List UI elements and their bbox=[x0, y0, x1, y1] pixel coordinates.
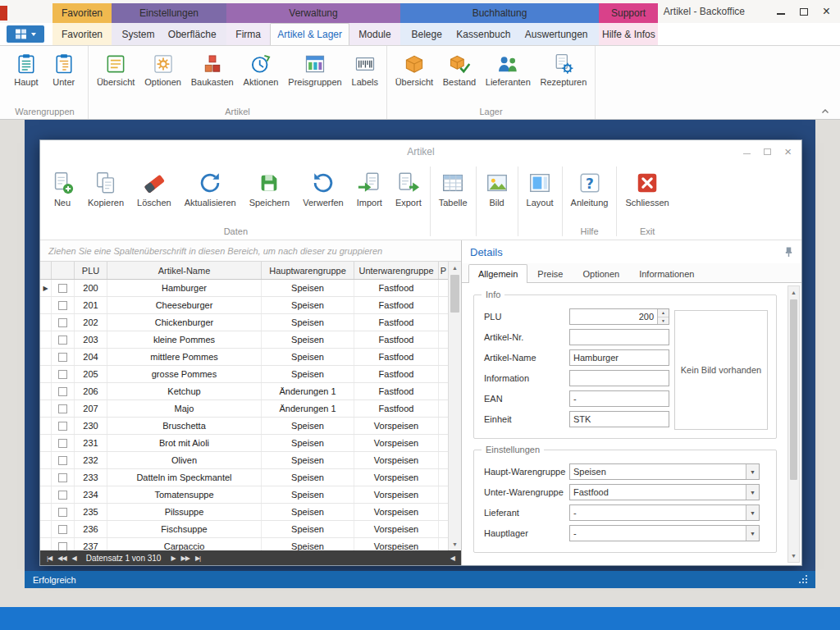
row-checkbox[interactable] bbox=[58, 353, 67, 362]
tab-oberfläche[interactable]: Oberfläche bbox=[165, 23, 220, 45]
field-ean-input[interactable]: - bbox=[569, 390, 669, 407]
warengruppen-unter-button[interactable]: Unter bbox=[51, 50, 77, 89]
details-tab-optionen[interactable]: Optionen bbox=[573, 264, 630, 282]
toolbar-speichern-button[interactable]: Speichern bbox=[243, 168, 297, 210]
artikel-window-titlebar[interactable]: Artikel × bbox=[40, 140, 801, 163]
spin-buttons[interactable]: ▲▼ bbox=[657, 309, 669, 324]
artikel-baukasten-button[interactable]: Baukasten bbox=[189, 50, 235, 89]
column-header-unterwarengruppe[interactable]: Unterwarengruppe bbox=[354, 262, 439, 279]
details-tab-preise[interactable]: Preise bbox=[527, 264, 573, 282]
artikel-close-button[interactable]: × bbox=[784, 147, 792, 157]
lager-bestand-button[interactable]: Bestand bbox=[441, 50, 477, 89]
row-checkbox[interactable] bbox=[58, 456, 67, 465]
warengruppen-haupt-button[interactable]: Haupt bbox=[12, 50, 39, 89]
toolbar-tabelle-button[interactable]: Tabelle bbox=[432, 168, 474, 210]
toolbar-anleitung-button[interactable]: ?Anleitung bbox=[564, 168, 615, 210]
scroll-up-icon[interactable]: ▲ bbox=[788, 286, 799, 299]
grid-row-203[interactable]: 203kleine PommesSpeisenFastfood bbox=[40, 331, 448, 349]
column-header-artikel-name[interactable]: Artikel-Name bbox=[107, 262, 262, 279]
toolbar-import-button[interactable]: Import bbox=[350, 168, 389, 210]
details-tab-informationen[interactable]: Informationen bbox=[629, 264, 704, 282]
toolbar-löschen-button[interactable]: Löschen bbox=[130, 168, 178, 210]
row-checkbox[interactable] bbox=[58, 473, 67, 482]
category-header-verwaltung[interactable]: Verwaltung bbox=[226, 3, 400, 23]
tab-kassenbuch[interactable]: Kassenbuch bbox=[453, 23, 514, 45]
grid-row-200[interactable]: ▶200HamburgerSpeisenFastfood bbox=[40, 280, 448, 297]
field-information-input[interactable] bbox=[569, 370, 669, 386]
toolbar-export-button[interactable]: Export bbox=[389, 168, 428, 210]
field-einheit-input[interactable]: STK bbox=[569, 411, 669, 427]
spin-down-icon[interactable]: ▼ bbox=[658, 317, 669, 325]
row-checkbox[interactable] bbox=[58, 370, 67, 379]
row-checkbox[interactable] bbox=[58, 525, 67, 534]
pin-icon[interactable] bbox=[784, 246, 793, 258]
scroll-thumb[interactable] bbox=[450, 275, 459, 313]
grid-vertical-scrollbar[interactable]: ▲ ▼ bbox=[448, 262, 461, 550]
lager-lieferanten-button[interactable]: Lieferanten bbox=[484, 50, 532, 89]
close-button[interactable]: × bbox=[823, 7, 830, 16]
dropdown-arrow-icon[interactable]: ▼ bbox=[746, 464, 759, 479]
tab-hilfe-infos[interactable]: Hilfe & Infos bbox=[599, 23, 659, 45]
column-header-hauptwarengruppe[interactable]: Hauptwarengruppe bbox=[262, 262, 354, 279]
nav-last-button[interactable]: ▶| bbox=[193, 555, 203, 562]
spin-up-icon[interactable]: ▲ bbox=[658, 309, 669, 317]
minimize-button[interactable] bbox=[777, 9, 785, 15]
toolbar-layout-button[interactable]: Layout bbox=[520, 168, 560, 210]
hscroll-left-button[interactable]: ◀ bbox=[448, 555, 457, 562]
row-checkbox[interactable] bbox=[58, 284, 67, 293]
tab-belege[interactable]: Belege bbox=[408, 23, 445, 45]
grid-row-230[interactable]: 230BruschettaSpeisenVorspeisen bbox=[40, 418, 448, 435]
category-header-buchhaltung[interactable]: Buchhaltung bbox=[400, 3, 599, 23]
row-checkbox[interactable] bbox=[58, 439, 67, 448]
grid-row-236[interactable]: 236FischsuppeSpeisenVorspeisen bbox=[40, 521, 448, 538]
grid-row-233[interactable]: 233Datteln im SpeckmantelSpeisenVorspeis… bbox=[40, 469, 448, 486]
nav-prev-page-button[interactable]: ◀◀ bbox=[55, 555, 68, 562]
nav-first-button[interactable]: |◀ bbox=[44, 555, 54, 562]
grid-row-237[interactable]: 237CarpaccioSpeisenVorspeisen bbox=[40, 538, 448, 550]
scroll-down-icon[interactable]: ▼ bbox=[788, 550, 799, 562]
row-checkbox[interactable] bbox=[58, 491, 67, 500]
scroll-up-icon[interactable]: ▲ bbox=[449, 262, 461, 274]
grid-row-207[interactable]: 207MajoÄnderungen 1Fastfood bbox=[40, 400, 448, 418]
field-artikel-name-input[interactable]: Hamburger bbox=[569, 349, 669, 366]
tab-module[interactable]: Module bbox=[355, 23, 394, 45]
details-vertical-scrollbar[interactable]: ▲ ▼ bbox=[788, 285, 800, 563]
app-menu-button[interactable] bbox=[7, 25, 44, 43]
tab-firma[interactable]: Firma bbox=[232, 23, 264, 45]
toolbar-bild-button[interactable]: Bild bbox=[478, 168, 516, 210]
grid-row-202[interactable]: 202ChickenburgerSpeisenFastfood bbox=[40, 314, 448, 331]
column-header-p[interactable]: P bbox=[439, 262, 448, 279]
maximize-button[interactable] bbox=[800, 8, 808, 16]
grid-row-204[interactable]: 204mittlere PommesSpeisenFastfood bbox=[40, 349, 448, 366]
scroll-down-icon[interactable]: ▼ bbox=[449, 538, 461, 550]
row-checkbox[interactable] bbox=[58, 542, 67, 551]
grid-row-232[interactable]: 232OlivenSpeisenVorspeisen bbox=[40, 452, 448, 469]
toolbar-verwerfen-button[interactable]: Verwerfen bbox=[296, 168, 350, 210]
row-checkbox[interactable] bbox=[58, 422, 67, 431]
row-checkbox[interactable] bbox=[58, 318, 67, 327]
tab-auswertungen[interactable]: Auswertungen bbox=[522, 23, 591, 45]
ribbon-collapse-button[interactable] bbox=[819, 105, 832, 117]
artikel-aktionen-button[interactable]: Aktionen bbox=[242, 50, 281, 89]
dropdown-arrow-icon[interactable]: ▼ bbox=[746, 505, 759, 520]
field-unter-warengruppe-select[interactable]: Fastfood▼ bbox=[569, 484, 760, 500]
toolbar-aktualisieren-button[interactable]: Aktualisieren bbox=[178, 168, 243, 210]
lager-übersicht-button[interactable]: Übersicht bbox=[394, 50, 435, 89]
category-header-support[interactable]: Support bbox=[599, 3, 658, 23]
tab-system[interactable]: System bbox=[118, 23, 158, 45]
category-header-favoriten[interactable]: Favoriten bbox=[52, 3, 112, 23]
grid-row-234[interactable]: 234TomatensuppeSpeisenVorspeisen bbox=[40, 486, 448, 504]
column-header-plu[interactable]: PLU bbox=[75, 262, 107, 279]
row-checkbox[interactable] bbox=[58, 336, 67, 345]
toolbar-schliessen-button[interactable]: Schliessen bbox=[619, 168, 675, 210]
groupby-area[interactable]: Ziehen Sie eine Spaltenüberschrift in di… bbox=[40, 240, 461, 262]
grid-row-206[interactable]: 206KetchupÄnderungen 1Fastfood bbox=[40, 383, 448, 400]
artikel-labels-button[interactable]: Labels bbox=[350, 50, 380, 89]
row-checkbox[interactable] bbox=[58, 301, 67, 310]
field-artikel-nr-input[interactable] bbox=[569, 329, 669, 345]
nav-next-button[interactable]: ▶ bbox=[168, 555, 177, 562]
field-haupt-warengruppe-select[interactable]: Speisen▼ bbox=[569, 463, 760, 480]
resize-grip[interactable] bbox=[798, 575, 807, 584]
artikel-optionen-button[interactable]: Optionen bbox=[143, 50, 183, 89]
row-checkbox[interactable] bbox=[58, 508, 67, 517]
